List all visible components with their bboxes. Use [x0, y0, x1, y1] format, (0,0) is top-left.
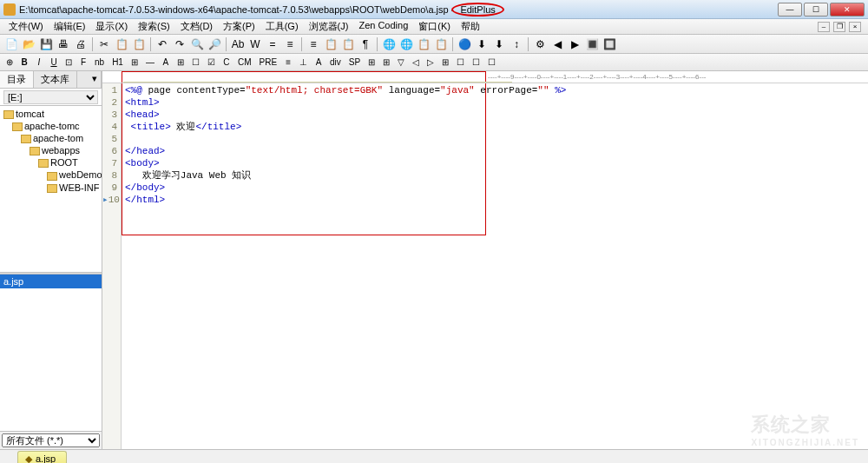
- html-toolbar-button[interactable]: ⊞: [128, 56, 141, 68]
- toolbar-button[interactable]: 🔎: [207, 36, 222, 52]
- html-toolbar-button[interactable]: PRE: [256, 56, 279, 68]
- toolbar-button[interactable]: 📂: [21, 36, 36, 52]
- directory-tree[interactable]: tomcatapache-tomcapache-tomwebappsROOTwe…: [0, 106, 102, 272]
- tree-item[interactable]: ROOT: [2, 156, 100, 169]
- html-toolbar-button[interactable]: ⊞: [174, 56, 187, 68]
- file-list[interactable]: a.jsp: [0, 274, 102, 431]
- html-toolbar-button[interactable]: ▷: [424, 56, 437, 68]
- code-line[interactable]: <body>: [125, 157, 865, 169]
- html-toolbar-button[interactable]: ⊕: [3, 56, 16, 68]
- toolbar-button[interactable]: 🔳: [584, 36, 600, 52]
- html-toolbar-button[interactable]: ▽: [395, 56, 407, 68]
- drive-select[interactable]: [E:]: [3, 90, 98, 104]
- toolbar-button[interactable]: 🔵: [457, 36, 472, 52]
- html-toolbar-button[interactable]: ⊡: [62, 56, 75, 68]
- toolbar-button[interactable]: W: [247, 36, 263, 52]
- html-toolbar-button[interactable]: ≡: [282, 56, 294, 68]
- html-toolbar-button[interactable]: —: [143, 56, 157, 68]
- html-toolbar-button[interactable]: ⊞: [365, 56, 378, 68]
- html-toolbar-button[interactable]: SP: [346, 56, 363, 68]
- close-button[interactable]: ✕: [830, 3, 865, 17]
- toolbar-button[interactable]: ↷: [172, 36, 187, 52]
- html-toolbar-button[interactable]: ☐: [485, 56, 498, 68]
- mdi-minimize[interactable]: –: [818, 22, 830, 32]
- html-toolbar-button[interactable]: ☑: [205, 56, 218, 68]
- code-content[interactable]: <%@ page contentType="text/html; charset…: [122, 83, 868, 449]
- toolbar-button[interactable]: 📋: [433, 36, 449, 52]
- code-line[interactable]: <%@ page contentType="text/html; charset…: [125, 84, 865, 96]
- html-toolbar-button[interactable]: U: [48, 56, 60, 68]
- html-toolbar-button[interactable]: nb: [92, 56, 107, 68]
- toolbar-button[interactable]: 📋: [323, 36, 339, 52]
- toolbar-button[interactable]: 💾: [38, 36, 54, 52]
- code-line[interactable]: </html>: [125, 194, 865, 206]
- code-line[interactable]: </body>: [125, 182, 865, 194]
- html-toolbar-button[interactable]: ◁: [410, 56, 422, 68]
- drive-selector[interactable]: [E:]: [0, 89, 102, 106]
- menu-item[interactable]: 文档(D): [175, 19, 218, 34]
- toolbar-button[interactable]: ≡: [306, 36, 321, 52]
- html-toolbar-button[interactable]: ☐: [454, 56, 467, 68]
- toolbar-button[interactable]: ◀: [549, 36, 565, 52]
- file-filter[interactable]: 所有文件 (*.*): [2, 433, 100, 447]
- toolbar-button[interactable]: 📋: [340, 36, 356, 52]
- toolbar-button[interactable]: ⬇: [474, 36, 490, 52]
- toolbar-button[interactable]: ▶: [567, 36, 582, 52]
- document-tab-ajsp[interactable]: ◆a.jsp: [17, 451, 67, 463]
- tree-item[interactable]: apache-tom: [2, 132, 100, 144]
- sidebar-dropdown-icon[interactable]: ▾: [89, 71, 102, 88]
- menu-item[interactable]: 方案(P): [218, 19, 260, 34]
- maximize-button[interactable]: ☐: [804, 3, 828, 17]
- menu-item[interactable]: 浏览器(J): [304, 19, 354, 34]
- toolbar-button[interactable]: ⚙: [532, 36, 548, 52]
- toolbar-button[interactable]: 📋: [131, 36, 147, 52]
- toolbar-button[interactable]: ↕: [509, 36, 524, 52]
- code-line[interactable]: 欢迎学习Java Web 知识: [125, 169, 865, 182]
- html-toolbar-button[interactable]: A: [312, 56, 325, 68]
- menu-item[interactable]: 文件(W): [3, 19, 49, 34]
- tree-item[interactable]: WEB-INF: [2, 182, 100, 194]
- toolbar-button[interactable]: 📋: [114, 36, 129, 52]
- toolbar-button[interactable]: 📄: [3, 36, 19, 52]
- toolbar-button[interactable]: Ab: [230, 36, 246, 52]
- html-toolbar-button[interactable]: F: [77, 56, 89, 68]
- html-toolbar-button[interactable]: I: [33, 56, 45, 68]
- menu-item[interactable]: 工具(G): [260, 19, 304, 34]
- toolbar-button[interactable]: 📋: [416, 36, 431, 52]
- html-toolbar-button[interactable]: ⊞: [439, 56, 451, 68]
- html-toolbar-button[interactable]: ☐: [189, 56, 202, 68]
- tree-item[interactable]: webDemo: [2, 169, 100, 181]
- menu-item[interactable]: 显示(X): [90, 19, 133, 34]
- toolbar-button[interactable]: 🔍: [189, 36, 205, 52]
- code-line[interactable]: <title> 欢迎</title>: [125, 121, 865, 133]
- sidebar-tab-directory[interactable]: 目录: [0, 71, 34, 88]
- tree-item[interactable]: apache-tomc: [2, 120, 100, 132]
- menu-item[interactable]: Zen Coding: [353, 19, 413, 34]
- sidebar-tab-cliptext[interactable]: 文本库: [34, 71, 77, 88]
- mdi-restore[interactable]: ❐: [833, 22, 845, 32]
- html-toolbar-button[interactable]: CM: [235, 56, 254, 68]
- toolbar-button[interactable]: ⬇: [491, 36, 507, 52]
- html-toolbar-button[interactable]: H1: [109, 56, 126, 68]
- html-toolbar-button[interactable]: ⊞: [380, 56, 392, 68]
- code-line[interactable]: <head>: [125, 109, 865, 121]
- html-toolbar-button[interactable]: A: [160, 56, 172, 68]
- toolbar-button[interactable]: 🌐: [398, 36, 414, 52]
- toolbar-button[interactable]: ≡: [282, 36, 298, 52]
- code-area[interactable]: 123456789▸10 <%@ page contentType="text/…: [102, 83, 868, 449]
- code-line[interactable]: <html>: [125, 96, 865, 109]
- html-toolbar-button[interactable]: C: [220, 56, 233, 68]
- code-line[interactable]: </head>: [125, 145, 865, 157]
- toolbar-button[interactable]: 🌐: [381, 36, 397, 52]
- code-line[interactable]: [125, 133, 865, 145]
- toolbar-button[interactable]: ✂: [96, 36, 112, 52]
- minimize-button[interactable]: —: [778, 3, 802, 17]
- menu-item[interactable]: 帮助: [456, 19, 485, 34]
- html-toolbar-button[interactable]: ☐: [470, 56, 483, 68]
- html-toolbar-button[interactable]: B: [18, 56, 30, 68]
- toolbar-button[interactable]: ↶: [155, 36, 170, 52]
- toolbar-button[interactable]: 🖨: [73, 36, 89, 52]
- tree-item[interactable]: webapps: [2, 144, 100, 156]
- menu-item[interactable]: 窗口(K): [413, 19, 456, 34]
- toolbar-button[interactable]: =: [265, 36, 280, 52]
